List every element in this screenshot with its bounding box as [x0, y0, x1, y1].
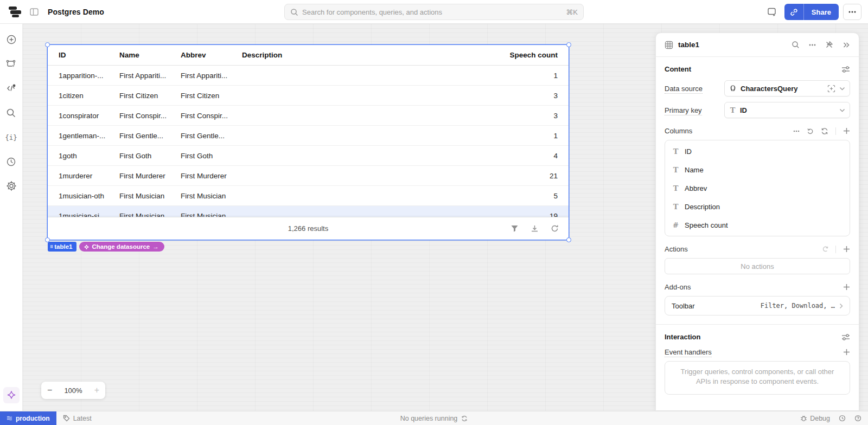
change-datasource-button[interactable]: Change datasource →	[79, 242, 164, 252]
share-button-label[interactable]: Share	[804, 4, 839, 20]
search-shortcut: ⌘K	[566, 8, 578, 16]
environment-selector[interactable]: production	[0, 411, 56, 425]
column-name: ID	[685, 147, 692, 156]
collapse-panel-icon[interactable]	[843, 42, 850, 48]
unpin-panel-icon[interactable]	[825, 41, 833, 49]
search-icon	[290, 8, 298, 16]
column-header-id[interactable]: ID	[59, 51, 119, 59]
table-row[interactable]: 1murdererFirst MurdererFirst Murderer21	[48, 166, 569, 186]
state-icon[interactable]: {i}	[3, 129, 20, 145]
debug-button[interactable]: Debug	[800, 415, 830, 422]
select-tool-icon[interactable]	[3, 56, 20, 72]
zoom-in-button[interactable]: +	[94, 385, 99, 395]
toggle-left-panel-icon[interactable]	[27, 5, 41, 19]
actions-reset-icon[interactable]	[821, 246, 828, 253]
refresh-icon[interactable]	[551, 224, 559, 233]
columns-more-icon[interactable]	[793, 130, 800, 132]
interaction-settings-icon[interactable]	[841, 333, 850, 341]
reset-columns-icon[interactable]	[807, 127, 814, 134]
ai-assistant-icon[interactable]	[3, 387, 20, 403]
filter-icon[interactable]	[510, 224, 519, 233]
inspector-column-item[interactable]: T Description	[665, 197, 850, 216]
table-row[interactable]: 1gothFirst GothFirst Goth4	[48, 146, 569, 166]
table-row[interactable]: 1gentleman-...First Gentle...First Gentl…	[48, 126, 569, 146]
column-type-icon: T	[672, 203, 679, 211]
column-header-name[interactable]: Name	[119, 51, 181, 59]
toolbar-addon-row[interactable]: Toolbar Filter, Download, …	[665, 296, 850, 315]
help-icon[interactable]	[854, 415, 861, 422]
table-icon	[665, 41, 673, 49]
status-bar: production Latest No queries running Deb…	[0, 411, 868, 425]
inspector-title: table1	[678, 41, 699, 49]
resize-handle-bottom-left[interactable]	[45, 237, 50, 242]
zoom-out-button[interactable]: −	[47, 385, 52, 395]
chevron-down-icon[interactable]	[839, 108, 845, 112]
table-row[interactable]: 1conspiratorFirst Conspir...First Conspi…	[48, 106, 569, 126]
inspector-column-item[interactable]: # Speech count	[665, 216, 850, 234]
component-name-tag[interactable]: ⠿ table1	[48, 242, 76, 252]
data-source-select[interactable]: CharactersQuery	[724, 80, 850, 96]
left-toolbar: {i}	[0, 24, 23, 411]
column-header-speech-count[interactable]: Speech count	[499, 51, 558, 59]
add-component-icon[interactable]	[3, 31, 20, 48]
add-addon-icon[interactable]	[843, 284, 850, 291]
resize-handle-top-left[interactable]	[45, 42, 50, 47]
code-editor-icon[interactable]	[3, 80, 20, 96]
table-header-row: ID Name Abbrev Description Speech count	[48, 45, 569, 66]
event-handlers-label: Event handlers	[665, 348, 712, 356]
retool-logo-icon[interactable]	[9, 7, 22, 17]
column-header-description[interactable]: Description	[242, 51, 499, 59]
table-footer: 1,266 results	[48, 217, 569, 240]
history-icon[interactable]	[839, 415, 846, 422]
add-action-icon[interactable]	[843, 246, 850, 253]
version-selector[interactable]: Latest	[63, 415, 92, 422]
content-settings-icon[interactable]	[841, 66, 850, 73]
debug-icon	[800, 415, 807, 422]
inspector-column-item[interactable]: T ID	[665, 142, 850, 160]
table-row[interactable]: 1musician-othFirst MusicianFirst Musicia…	[48, 186, 569, 206]
copy-link-icon[interactable]	[784, 4, 804, 20]
text-type-icon: T	[729, 106, 736, 114]
toggle-right-panel-icon[interactable]	[764, 4, 780, 20]
table-row[interactable]: 1musician-si...First Musician...First Mu…	[48, 206, 569, 217]
search-icon[interactable]	[3, 105, 20, 121]
primary-key-select[interactable]: T ID	[724, 102, 850, 118]
chevron-down-icon[interactable]	[839, 87, 845, 91]
refresh-columns-icon[interactable]	[821, 127, 828, 135]
settings-icon[interactable]	[3, 178, 20, 194]
resize-handle-top-right[interactable]	[566, 42, 571, 47]
inspector-column-item[interactable]: T Abbrev	[665, 179, 850, 197]
global-search-input[interactable]: Search for components, queries, and acti…	[284, 4, 584, 20]
add-event-handler-icon[interactable]	[843, 349, 850, 356]
inspector-search-icon[interactable]	[792, 41, 800, 49]
version-name: Latest	[73, 415, 92, 422]
no-actions-placeholder: No actions	[665, 258, 850, 274]
download-icon[interactable]	[531, 224, 539, 233]
more-options-icon[interactable]	[843, 4, 861, 20]
table-rows: 1apparition-...First Appariti...First Ap…	[48, 66, 569, 217]
resize-handle-bottom-right[interactable]	[566, 237, 571, 242]
addons-label: Add-ons	[665, 283, 691, 291]
topbar-actions: Share	[764, 4, 861, 20]
inspector-column-item[interactable]: T Name	[665, 160, 850, 179]
table1-component[interactable]: ID Name Abbrev Description Speech count …	[48, 45, 569, 240]
environment-icon	[7, 415, 12, 421]
column-header-abbrev[interactable]: Abbrev	[181, 51, 242, 59]
arrow-right-icon: →	[152, 243, 159, 250]
sync-icon	[461, 415, 468, 422]
zoom-level[interactable]: 100%	[64, 387, 82, 395]
inspector-panel: table1	[655, 33, 859, 411]
inspector-more-icon[interactable]	[809, 44, 816, 46]
postgres-icon	[729, 85, 737, 92]
share-button[interactable]: Share	[784, 4, 839, 20]
top-bar: Postgres Demo Search for components, que…	[0, 0, 868, 24]
add-column-icon[interactable]	[843, 127, 850, 134]
column-name: Description	[685, 203, 720, 211]
canvas[interactable]: ID Name Abbrev Description Speech count …	[23, 24, 868, 411]
results-count: 1,266 results	[48, 224, 569, 233]
table-row[interactable]: 1citizenFirst CitizenFirst Citizen3	[48, 86, 569, 106]
queries-status: No queries running	[0, 415, 868, 422]
table-row[interactable]: 1apparition-...First Appariti...First Ap…	[48, 66, 569, 86]
open-query-icon[interactable]	[827, 85, 835, 93]
history-icon[interactable]	[3, 153, 20, 170]
